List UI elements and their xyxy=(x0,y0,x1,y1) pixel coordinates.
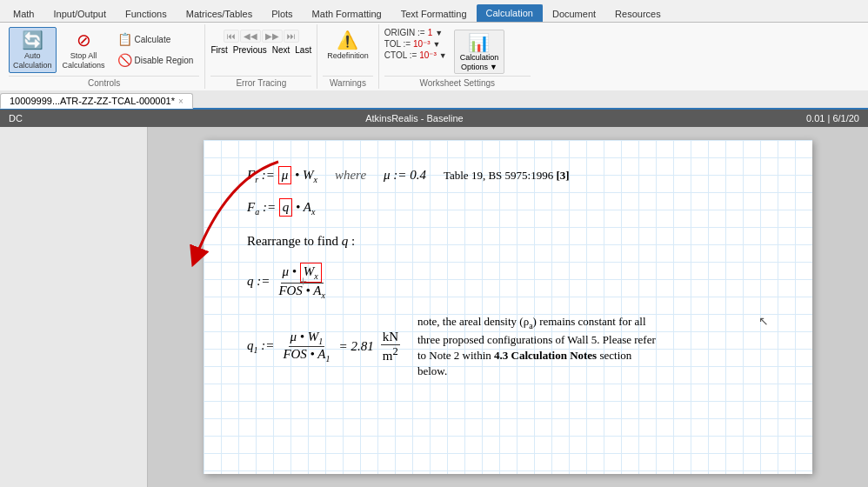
disable-region-button[interactable]: 🚫 Disable Region xyxy=(111,50,200,70)
origin-dropdown-icon[interactable]: ▼ xyxy=(435,29,443,37)
next-label: Next xyxy=(272,45,290,55)
calc-options-chevron-icon: ▼ xyxy=(490,63,497,71)
eq-q1-numerator: μ • W1 xyxy=(289,330,325,347)
worksheet-settings-label: Worksheet Settings xyxy=(384,76,531,89)
controls-group: 🔄 AutoCalculation ⊘ Stop AllCalculations… xyxy=(3,24,205,89)
tab-plots[interactable]: Plots xyxy=(262,5,302,22)
eq-q1-block: q1 := μ • W1 FOS • A1 = 2.81 kN m2 xyxy=(247,330,402,364)
nav-buttons: ⏮ ◀◀ ▶▶ ⏭ xyxy=(224,30,299,43)
last-label: Last xyxy=(295,45,311,55)
controls-group-label: Controls xyxy=(9,76,199,89)
eq-q1-equals: = 2.81 xyxy=(339,339,374,354)
stop-all-label: Stop AllCalculations xyxy=(63,51,105,70)
tab-text-formatting[interactable]: Text Formatting xyxy=(391,5,477,22)
stop-all-calculations-button[interactable]: ⊘ Stop AllCalculations xyxy=(58,27,110,73)
previous-button[interactable]: ◀◀ xyxy=(240,30,261,43)
eq-q-lhs: q := xyxy=(247,274,270,289)
warnings-content: ⚠️ Redefinition xyxy=(323,24,373,74)
boxed-q: q xyxy=(279,198,293,217)
where-text: where xyxy=(335,168,366,183)
calc-options-bottom-label: Options ▼ xyxy=(460,63,499,71)
previous-label: Previous xyxy=(233,45,267,55)
warnings-group: ⚠️ Redefinition Warnings xyxy=(317,24,379,89)
tab-math-formatting[interactable]: Math Formatting xyxy=(303,5,391,22)
math-line-3: Rearrange to find q : xyxy=(247,234,769,249)
eq-fr: Fr := μ • Wx xyxy=(247,166,317,184)
next-button[interactable]: ▶▶ xyxy=(262,30,283,43)
worksheet-settings-values: ORIGIN := 1 ▼ TOL := 10⁻³ ▼ CTOL := 10⁻³… xyxy=(384,27,447,61)
rearrange-text: Rearrange to find q : xyxy=(247,234,355,248)
tab-resources[interactable]: Resources xyxy=(605,5,671,22)
error-tracing-group: ⏮ ◀◀ ▶▶ ⏭ First Previous Next Last Error… xyxy=(205,24,317,89)
eq-q1-unit-num: kN xyxy=(381,330,400,345)
eq-q1-unit-den: m2 xyxy=(381,345,400,364)
auto-calc-icon: 🔄 xyxy=(22,30,43,50)
disable-region-label: Disable Region xyxy=(135,56,194,65)
error-tracing-content: ⏮ ◀◀ ▶▶ ⏭ First Previous Next Last xyxy=(210,24,311,74)
ctol-value: 10⁻³ xyxy=(419,50,436,60)
last-button[interactable]: ⏭ xyxy=(284,30,299,43)
math-line-2: Fa := q • Ax xyxy=(247,198,769,217)
document-header: DC AtkinsRealis - Baseline 0.01 | 6/1/20 xyxy=(0,110,868,127)
document-tab-label: 10009999...ATR-ZZ-ZZ-TCAL-000001* xyxy=(10,96,175,106)
eq-q1-lhs: q1 := xyxy=(247,338,274,355)
doc-header-version-date: 0.01 | 6/1/20 xyxy=(806,113,859,123)
eq-q1-note: note, the areal density (ρa) remains con… xyxy=(417,314,661,379)
eq-fa: Fa := q • Ax xyxy=(247,200,315,214)
table-note: Table 19, BS 5975:1996 [3] xyxy=(444,169,570,183)
tab-calculation[interactable]: Calculation xyxy=(477,4,543,22)
document-area[interactable]: Fr := μ • Wx where μ := 0.4 Table 19, BS… xyxy=(148,127,868,487)
tab-input-output[interactable]: Input/Output xyxy=(43,5,116,22)
tol-label: TOL := xyxy=(384,39,411,49)
calculate-button[interactable]: 📋 Calculate xyxy=(111,30,200,49)
tol-dropdown-icon[interactable]: ▼ xyxy=(433,40,441,49)
eq-q1-unit: kN m2 xyxy=(381,330,400,364)
eq-q1-fraction: μ • W1 FOS • A1 xyxy=(281,330,331,364)
origin-value: 1 xyxy=(428,28,433,37)
disable-region-icon: 🚫 xyxy=(117,53,132,67)
boxed-mu: μ xyxy=(278,166,292,184)
doc-header-left: DC xyxy=(9,113,23,123)
plus-cursor: + xyxy=(299,274,307,290)
calc-options-top-label: Calculation xyxy=(460,53,499,63)
worksheet-settings-content: ORIGIN := 1 ▼ TOL := 10⁻³ ▼ CTOL := 10⁻³… xyxy=(384,24,531,74)
tab-functions[interactable]: Functions xyxy=(116,5,177,22)
mouse-cursor: ↖ xyxy=(758,314,769,328)
eq-q1-denominator: FOS • A1 xyxy=(281,347,331,364)
tab-math[interactable]: Math xyxy=(3,5,43,22)
tab-document[interactable]: Document xyxy=(543,5,605,22)
calculate-icon: 📋 xyxy=(117,32,132,46)
auto-calculation-button[interactable]: 🔄 AutoCalculation xyxy=(9,27,57,73)
stop-all-icon: ⊘ xyxy=(77,30,91,50)
document-tab-bar: 10009999...ATR-ZZ-ZZ-TCAL-000001* × xyxy=(0,90,868,110)
mu-value: μ := 0.4 xyxy=(384,168,426,183)
math-line-1: Fr := μ • Wx where μ := 0.4 Table 19, BS… xyxy=(247,166,769,184)
redefinition-button[interactable]: ⚠️ Redefinition xyxy=(323,27,373,63)
document-tab[interactable]: 10009999...ATR-ZZ-ZZ-TCAL-000001* × xyxy=(0,93,193,109)
main-content: Fr := μ • Wx where μ := 0.4 Table 19, BS… xyxy=(0,127,868,487)
ribbon-toolbar: 🔄 AutoCalculation ⊘ Stop AllCalculations… xyxy=(0,23,868,90)
calculation-options-button[interactable]: 📊 Calculation Options ▼ xyxy=(454,30,505,74)
error-tracing-label: Error Tracing xyxy=(210,76,311,89)
origin-setting: ORIGIN := 1 ▼ xyxy=(384,27,447,38)
ctol-dropdown-icon[interactable]: ▼ xyxy=(439,51,447,60)
doc-header-title: AtkinsRealis - Baseline xyxy=(365,113,464,123)
ctol-label: CTOL := xyxy=(384,50,417,60)
math-content: Fr := μ • Wx where μ := 0.4 Table 19, BS… xyxy=(247,166,769,379)
tab-matrices-tables[interactable]: Matrices/Tables xyxy=(177,5,262,22)
auto-calc-label: AutoCalculation xyxy=(13,51,52,70)
first-label: First xyxy=(210,45,227,55)
sidebar xyxy=(0,127,148,487)
calc-options-icon: 📊 xyxy=(460,32,499,53)
controls-group-content: 🔄 AutoCalculation ⊘ Stop AllCalculations… xyxy=(9,24,199,74)
origin-label: ORIGIN := xyxy=(384,28,425,37)
warnings-label: Warnings xyxy=(323,76,373,89)
document-page: Fr := μ • Wx where μ := 0.4 Table 19, BS… xyxy=(204,140,812,474)
math-line-5: q1 := μ • W1 FOS • A1 = 2.81 kN m2 note,… xyxy=(247,314,769,379)
tol-value: 10⁻³ xyxy=(413,39,430,49)
document-tab-close[interactable]: × xyxy=(178,97,184,106)
tol-setting: TOL := 10⁻³ ▼ xyxy=(384,38,447,50)
worksheet-settings-group: ORIGIN := 1 ▼ TOL := 10⁻³ ▼ CTOL := 10⁻³… xyxy=(379,24,536,89)
first-button[interactable]: ⏮ xyxy=(224,30,239,43)
ctol-setting: CTOL := 10⁻³ ▼ xyxy=(384,50,447,61)
